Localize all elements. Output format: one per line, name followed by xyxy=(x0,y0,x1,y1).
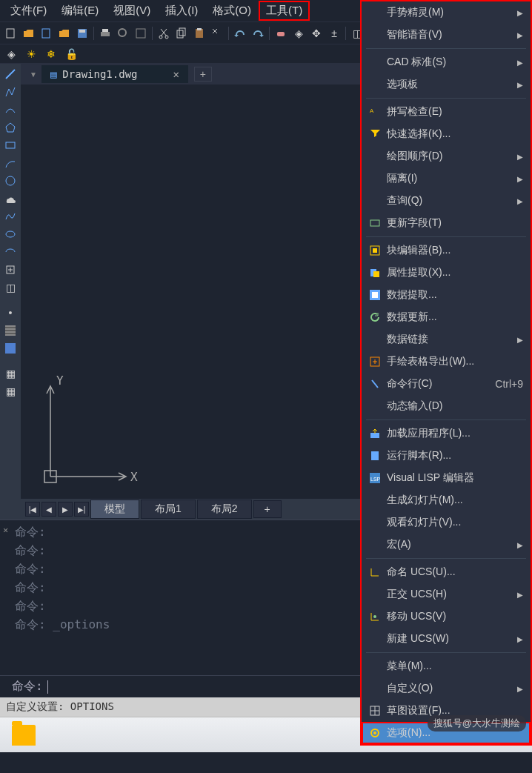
svg-point-51 xyxy=(373,615,376,618)
copy-icon[interactable] xyxy=(173,25,190,42)
arc-icon[interactable] xyxy=(3,102,18,117)
ellipse-icon[interactable] xyxy=(3,227,18,242)
menu-item[interactable]: 查询(Q)▶ xyxy=(362,190,531,212)
menu-item[interactable]: 手绘表格导出(W)... xyxy=(362,351,531,373)
menu-item[interactable]: 生成幻灯片(M)... xyxy=(362,489,531,511)
hatch-icon[interactable] xyxy=(3,323,18,338)
zoom-icon[interactable]: ± xyxy=(326,25,342,42)
menu-item[interactable]: 数据链接▶ xyxy=(362,328,531,351)
menu-item[interactable]: 数据更新... xyxy=(362,306,531,328)
rectangle-icon[interactable] xyxy=(3,138,18,153)
cmd-close-icon[interactable]: ✕ xyxy=(3,525,8,535)
menu-item[interactable]: 块编辑器(B)... xyxy=(362,239,531,262)
circle-icon[interactable] xyxy=(3,173,18,188)
table-icon[interactable]: ▦ xyxy=(3,384,18,399)
lock-icon[interactable]: 🔓 xyxy=(63,46,79,62)
nav-prev-icon[interactable]: ◀ xyxy=(41,502,56,517)
close-icon[interactable]: ✕ xyxy=(173,68,179,80)
pan-icon[interactable]: ✥ xyxy=(308,25,325,42)
menu-item[interactable]: 菜单(M)... xyxy=(362,655,531,677)
menu-item[interactable]: 手势精灵(M)▶ xyxy=(362,1,531,24)
line-icon[interactable] xyxy=(3,67,18,82)
save-icon[interactable] xyxy=(74,25,90,42)
freeze-icon[interactable]: ❄ xyxy=(43,46,59,62)
load-icon xyxy=(368,426,382,441)
preview-icon[interactable] xyxy=(115,25,131,42)
menu-view[interactable]: 视图(V) xyxy=(106,1,158,21)
svg-rect-10 xyxy=(177,30,183,38)
menu-item[interactable]: 快速选择(K)... xyxy=(362,123,531,145)
nav-last-icon[interactable]: ▶| xyxy=(74,502,89,517)
layout-tab-1[interactable]: 布局1 xyxy=(141,500,196,519)
block2-icon[interactable]: ◫ xyxy=(3,280,18,295)
undo-icon[interactable] xyxy=(232,25,248,42)
menu-item[interactable]: 选项板▶ xyxy=(362,73,531,96)
menu-item[interactable]: 命名 UCS(U)... xyxy=(362,561,531,583)
menu-insert[interactable]: 插入(I) xyxy=(158,1,205,21)
polygon-icon[interactable] xyxy=(3,120,18,135)
find-icon[interactable] xyxy=(133,25,149,42)
nav-next-icon[interactable]: ▶ xyxy=(58,502,73,517)
menu-item[interactable]: 加载应用程序(L)... xyxy=(362,422,531,445)
menu-item[interactable]: 新建 UCS(W)▶ xyxy=(362,628,531,650)
menu-item[interactable]: 隔离(I)▶ xyxy=(362,167,531,190)
menu-item[interactable]: 移动 UCS(V) xyxy=(362,606,531,628)
menu-edit[interactable]: 编辑(E) xyxy=(54,1,106,21)
menu-item[interactable]: 绘图顺序(D)▶ xyxy=(362,145,531,167)
layer-icon[interactable]: ◈ xyxy=(3,46,19,62)
menu-label: 查询(Q) xyxy=(387,194,511,208)
redo-icon[interactable] xyxy=(250,25,266,42)
region-icon[interactable]: ▦ xyxy=(3,366,18,381)
point-icon[interactable]: • xyxy=(3,305,18,320)
sun-icon[interactable]: ☀ xyxy=(23,46,39,62)
cut-icon[interactable] xyxy=(156,25,172,42)
menu-label: Visual LISP 编辑器 xyxy=(387,471,523,485)
chevron-right-icon: ▶ xyxy=(517,31,523,39)
menu-item[interactable]: LSPVisual LISP 编辑器 xyxy=(362,467,531,489)
spline-icon[interactable] xyxy=(3,209,18,224)
tab-add[interactable]: + xyxy=(194,67,212,82)
menu-file[interactable]: 文件(F) xyxy=(3,1,54,21)
menu-item[interactable]: 观看幻灯片(V)... xyxy=(362,511,531,534)
menu-item[interactable]: ᴬ拼写检查(E) xyxy=(362,101,531,123)
menu-label: 选项板 xyxy=(387,78,511,91)
new2-icon[interactable] xyxy=(39,25,55,42)
open-icon[interactable] xyxy=(21,25,37,42)
chevron-right-icon: ▶ xyxy=(517,591,523,599)
insert-icon[interactable] xyxy=(3,262,18,277)
new-icon[interactable] xyxy=(3,25,19,42)
menu-item[interactable]: 动态输入(D) xyxy=(362,395,531,417)
copy2-icon[interactable]: ◈ xyxy=(290,25,307,42)
nav-first-icon[interactable]: |◀ xyxy=(25,502,40,517)
pline-icon[interactable] xyxy=(3,84,18,99)
menu-item[interactable]: 自定义(O)▶ xyxy=(362,677,531,700)
print-icon[interactable] xyxy=(97,25,113,42)
erase-icon[interactable] xyxy=(273,25,289,42)
menu-tools[interactable]: 工具(T) xyxy=(259,1,310,21)
gradient-icon[interactable] xyxy=(3,341,18,356)
layout-tab-2[interactable]: 布局2 xyxy=(197,500,252,519)
open2-icon[interactable] xyxy=(56,25,73,42)
menu-item[interactable]: 宏(A)▶ xyxy=(362,534,531,556)
watermark: 搜狐号@大水牛测绘 xyxy=(428,715,526,731)
menu-item[interactable]: 运行脚本(R)... xyxy=(362,445,531,467)
menu-item[interactable]: 智能语音(V)▶ xyxy=(362,24,531,46)
explorer-icon[interactable] xyxy=(12,725,36,746)
svg-rect-0 xyxy=(7,29,14,38)
ellarc-icon[interactable] xyxy=(3,245,18,259)
paste-icon[interactable] xyxy=(191,25,207,42)
menu-item[interactable]: 正交 UCS(H)▶ xyxy=(362,583,531,606)
layout-tab-model[interactable]: 模型 xyxy=(90,500,139,519)
menu-format[interactable]: 格式(O) xyxy=(205,1,259,21)
menu-item[interactable]: CAD 标准(S)▶ xyxy=(362,51,531,73)
cloud-icon[interactable] xyxy=(3,191,18,206)
arc2-icon[interactable] xyxy=(3,156,18,170)
menu-item[interactable]: 命令行(C)Ctrl+9 xyxy=(362,373,531,395)
menu-item[interactable]: 数据提取... xyxy=(362,284,531,306)
document-tab[interactable]: ▤ Drawing1.dwg ✕ xyxy=(41,65,188,83)
match-icon[interactable] xyxy=(209,25,225,42)
layout-tab-add[interactable]: + xyxy=(253,500,282,518)
menu-item[interactable]: 更新字段(T) xyxy=(362,212,531,234)
tab-dropdown-icon[interactable]: ▼ xyxy=(30,70,37,79)
menu-item[interactable]: 属性提取(X)... xyxy=(362,262,531,284)
